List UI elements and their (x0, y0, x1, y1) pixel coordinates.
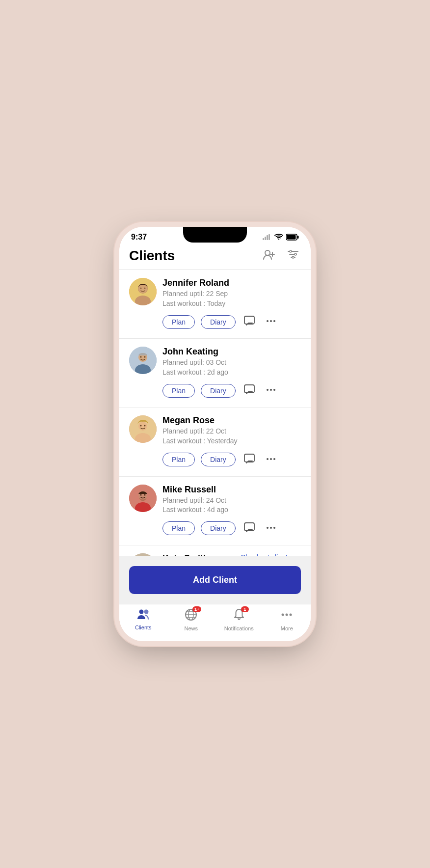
list-item: Megan Rose Planned uptil: 22 Oct Last wo… (119, 407, 311, 476)
avatar-megan-image (129, 415, 157, 443)
chat-icon (243, 522, 255, 534)
svg-point-63 (144, 610, 148, 614)
signal-icon (263, 234, 271, 240)
svg-rect-6 (287, 235, 296, 240)
diary-button[interactable]: Diary (201, 315, 236, 329)
client-last-workout: Last workout : 2d ago (162, 368, 301, 378)
tab-more-label: More (281, 625, 293, 631)
svg-point-36 (138, 422, 147, 431)
svg-rect-0 (263, 238, 264, 240)
client-actions: Plan Diary (162, 520, 301, 537)
message-button[interactable] (242, 313, 257, 330)
tab-clients-label: Clients (135, 624, 152, 630)
avatar (129, 415, 157, 443)
avatar (129, 553, 157, 556)
avatar-mike-image (129, 485, 157, 512)
client-info: Kate Smith Checkout client app Planned u… (162, 553, 301, 556)
notch (183, 227, 247, 243)
filter-button[interactable] (285, 247, 301, 264)
dots-horizontal-icon (265, 522, 277, 534)
tab-more[interactable]: More (263, 608, 311, 631)
avatar-jennifer-image (129, 278, 157, 305)
client-info: Mike Russell Planned uptil: 24 Oct Last … (162, 485, 301, 515)
dots-horizontal-icon (265, 453, 277, 465)
svg-point-39 (144, 425, 146, 427)
svg-point-48 (144, 494, 146, 495)
header-action-icons (261, 247, 301, 264)
svg-point-30 (144, 356, 146, 358)
plan-button[interactable]: Plan (162, 453, 195, 466)
client-row: Kate Smith Checkout client app Planned u… (129, 553, 301, 556)
client-top-row: John Keating (162, 347, 301, 358)
svg-point-71 (290, 614, 292, 616)
add-client-button[interactable]: Add Client (129, 566, 301, 594)
diary-button[interactable]: Diary (201, 453, 236, 466)
chat-icon (243, 315, 255, 327)
more-options-button[interactable] (263, 451, 279, 468)
plan-button[interactable]: Plan (162, 315, 195, 329)
client-top-row: Megan Rose (162, 415, 301, 427)
client-last-workout: Last workout : Today (162, 299, 301, 309)
svg-point-33 (270, 389, 272, 391)
message-button[interactable] (242, 520, 257, 537)
filter-icon (287, 249, 299, 260)
client-row: Mike Russell Planned uptil: 24 Oct Last … (129, 485, 301, 515)
client-info: Megan Rose Planned uptil: 22 Oct Last wo… (162, 415, 301, 446)
client-actions: Plan Diary (162, 382, 301, 399)
tab-news[interactable]: 1+ News (167, 608, 215, 631)
person-plus-icon (263, 249, 275, 260)
plan-button[interactable]: Plan (162, 521, 195, 535)
list-item: Mike Russell Planned uptil: 24 Oct Last … (119, 477, 311, 545)
status-icons (263, 234, 299, 241)
client-planned: Planned uptil: 22 Sep (162, 289, 301, 299)
svg-point-47 (140, 494, 142, 495)
svg-point-69 (282, 614, 284, 616)
more-options-button[interactable] (263, 313, 279, 330)
tab-clients[interactable]: Clients (119, 608, 167, 631)
message-button[interactable] (242, 451, 257, 468)
client-list: Jennifer Roland Planned uptil: 22 Sep La… (119, 270, 311, 556)
client-row: John Keating Planned uptil: 03 Oct Last … (129, 347, 301, 377)
globe-icon: 1+ (185, 608, 197, 624)
people-icon (136, 608, 150, 623)
svg-rect-2 (267, 235, 268, 240)
tab-bar: Clients 1+ News (119, 604, 311, 641)
list-item: Jennifer Roland Planned uptil: 22 Sep La… (119, 270, 311, 339)
client-info: John Keating Planned uptil: 03 Oct Last … (162, 347, 301, 377)
plan-button[interactable]: Plan (162, 384, 195, 398)
checkout-client-app-link[interactable]: Checkout client app (241, 553, 301, 556)
svg-point-21 (144, 288, 146, 289)
phone-frame: 9:37 (119, 227, 311, 641)
battery-icon (286, 234, 299, 241)
svg-point-29 (140, 356, 142, 358)
client-last-workout: Last workout : 4d ago (162, 505, 301, 515)
svg-point-50 (267, 527, 269, 529)
svg-point-51 (270, 527, 272, 529)
client-planned: Planned uptil: 22 Oct (162, 427, 301, 436)
more-options-button[interactable] (263, 382, 279, 399)
svg-point-14 (295, 253, 296, 255)
client-info: Jennifer Roland Planned uptil: 22 Sep La… (162, 278, 301, 308)
client-name: Jennifer Roland (162, 278, 229, 288)
svg-point-20 (140, 288, 142, 289)
diary-button[interactable]: Diary (201, 384, 236, 398)
svg-point-25 (273, 320, 275, 322)
tab-notifications[interactable]: 1 Notifications (215, 608, 263, 631)
svg-rect-3 (269, 234, 270, 240)
bell-icon: 1 (233, 608, 245, 624)
svg-point-7 (265, 250, 270, 255)
diary-button[interactable]: Diary (201, 521, 236, 535)
avatar (129, 278, 157, 305)
svg-point-32 (267, 389, 269, 391)
chat-icon (243, 384, 255, 396)
more-options-button[interactable] (263, 520, 279, 537)
client-top-row: Jennifer Roland (162, 278, 301, 289)
news-badge: 1+ (192, 606, 201, 612)
svg-point-23 (267, 320, 269, 322)
avatar (129, 347, 157, 374)
add-person-button[interactable] (261, 247, 277, 264)
tab-news-label: News (184, 625, 198, 631)
svg-point-41 (267, 458, 269, 460)
message-button[interactable] (242, 382, 257, 399)
client-actions: Plan Diary (162, 451, 301, 468)
